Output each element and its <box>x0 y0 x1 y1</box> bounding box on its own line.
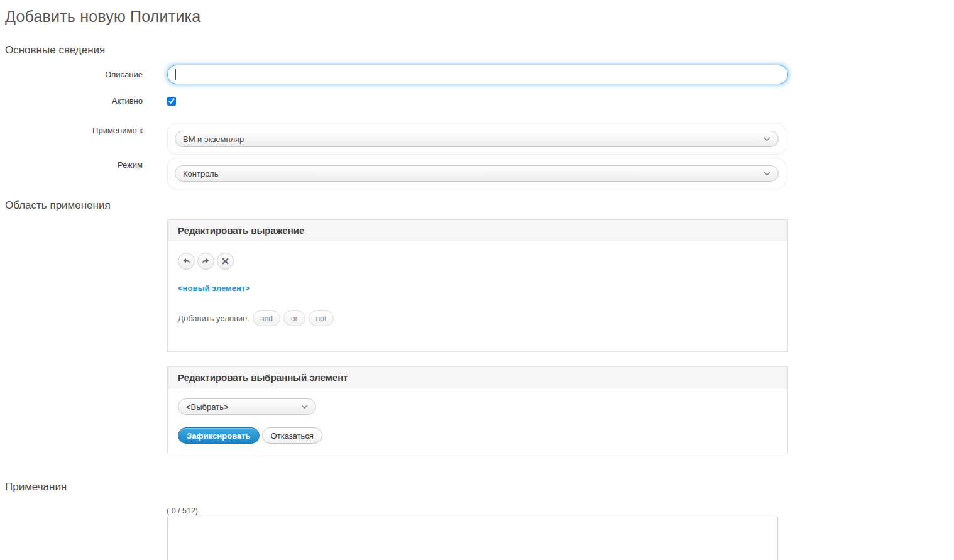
add-condition-row: Добавить условие: and or not <box>178 310 777 341</box>
condition-not-button[interactable]: not <box>309 310 334 326</box>
text-caret <box>175 69 176 80</box>
applicable-to-shell: ВМ и экземпляр <box>167 123 786 155</box>
condition-or-button[interactable]: or <box>283 310 305 326</box>
undo-button[interactable] <box>178 253 195 270</box>
mode-shell: Контроль <box>167 158 786 189</box>
notes-char-counter: ( 0 / 512) <box>167 507 949 515</box>
page-title: Добавить новую Политика <box>5 8 949 26</box>
mode-select[interactable]: Контроль <box>175 165 779 182</box>
commit-button[interactable]: Зафиксировать <box>178 427 260 444</box>
delete-icon <box>221 256 230 266</box>
description-input-wrap <box>167 65 788 84</box>
active-row: Активно <box>5 96 949 108</box>
expression-toolbar <box>178 253 777 270</box>
redo-icon <box>201 256 211 266</box>
new-element-link[interactable]: <новый элемент> <box>178 283 250 293</box>
delete-button[interactable] <box>217 253 234 270</box>
notes-textarea-wrap <box>167 517 778 560</box>
section-basic-info: Основные сведения <box>5 44 949 57</box>
condition-and-button[interactable]: and <box>253 310 280 326</box>
selected-element-editor-title: Редактировать выбранный элемент <box>178 372 777 383</box>
mode-label: Режим <box>5 158 143 170</box>
discard-button[interactable]: Отказаться <box>262 427 322 444</box>
notes-textarea[interactable] <box>167 517 778 560</box>
active-label: Активно <box>5 96 143 106</box>
add-policy-page: Добавить новую Политика Основные сведени… <box>0 0 954 560</box>
section-scope: Область применения <box>5 199 949 212</box>
selected-element-editor-panel: Редактировать выбранный элемент <Выбрать… <box>167 366 788 454</box>
mode-row: Режим Контроль <box>5 158 949 189</box>
expression-editor-panel: Редактировать выражение <box>167 219 788 352</box>
description-input[interactable] <box>167 65 788 84</box>
applicable-to-label: Применимо к <box>5 123 143 135</box>
undo-icon <box>182 256 191 266</box>
redo-button[interactable] <box>197 253 214 270</box>
element-type-select[interactable]: <Выбрать> <box>178 398 316 415</box>
section-notes: Примечания <box>5 481 949 493</box>
applicable-to-row: Применимо к ВМ и экземпляр <box>5 123 949 155</box>
applicable-to-select[interactable]: ВМ и экземпляр <box>175 131 779 147</box>
add-condition-label: Добавить условие: <box>178 314 249 323</box>
expression-editor-title: Редактировать выражение <box>178 225 777 236</box>
description-row: Описание <box>5 65 949 84</box>
active-checkbox[interactable] <box>167 97 176 106</box>
description-label: Описание <box>5 65 143 79</box>
